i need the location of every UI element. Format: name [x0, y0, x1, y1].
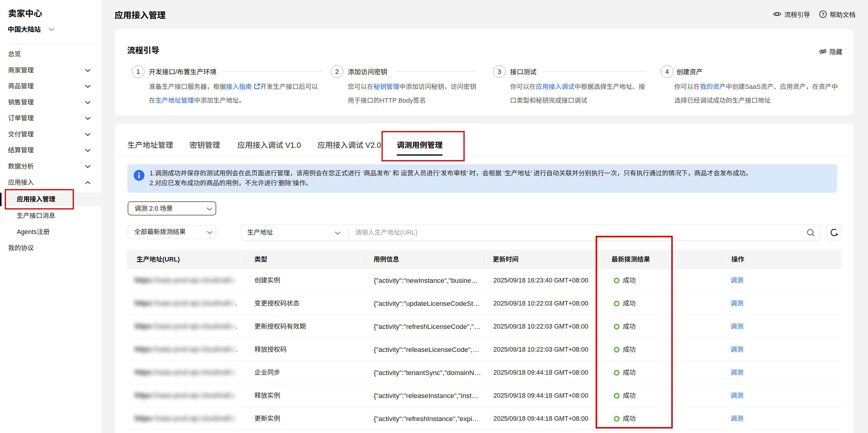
- svg-text:?: ?: [822, 11, 824, 17]
